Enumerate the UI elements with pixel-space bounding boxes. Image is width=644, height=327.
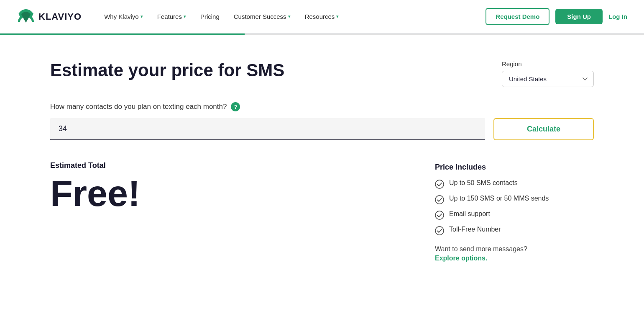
svg-point-1 bbox=[435, 196, 444, 204]
question-text: How many contacts do you plan on texting… bbox=[50, 103, 227, 111]
contacts-input[interactable] bbox=[50, 118, 485, 140]
svg-point-0 bbox=[435, 180, 444, 188]
logo-text: KLAVIYO bbox=[38, 11, 82, 22]
price-includes-section: Price Includes Up to 50 SMS contacts Up … bbox=[435, 161, 594, 262]
help-icon[interactable]: ? bbox=[231, 102, 240, 111]
svg-point-2 bbox=[435, 211, 444, 219]
check-circle-icon bbox=[435, 226, 444, 235]
price-include-item: Email support bbox=[435, 210, 594, 220]
login-button[interactable]: Log In bbox=[608, 13, 627, 20]
chevron-down-icon: ▾ bbox=[184, 14, 186, 19]
page-title: Estimate your price for SMS bbox=[50, 60, 502, 80]
explore-options-link[interactable]: Explore options. bbox=[435, 255, 594, 262]
input-row: Calculate bbox=[50, 118, 594, 140]
estimated-label: Estimated Total bbox=[50, 161, 410, 170]
results-row: Estimated Total Free! Price Includes Up … bbox=[50, 161, 594, 262]
question-row: How many contacts do you plan on texting… bbox=[50, 102, 594, 111]
section-top: Estimate your price for SMS Region Unite… bbox=[50, 60, 594, 87]
price-include-item-label: Email support bbox=[449, 210, 490, 218]
nav-item-pricing[interactable]: Pricing bbox=[194, 10, 225, 23]
want-more-text: Want to send more messages? bbox=[435, 245, 594, 253]
logo-link[interactable]: KLAVIYO bbox=[17, 9, 82, 24]
region-label: Region bbox=[502, 60, 522, 67]
price-include-item: Toll-Free Number bbox=[435, 226, 594, 235]
main-content: Estimate your price for SMS Region Unite… bbox=[0, 35, 644, 287]
nav-item-why-klaviyo[interactable]: Why Klaviyo ▾ bbox=[98, 10, 149, 23]
nav-item-customer-success[interactable]: Customer Success ▾ bbox=[228, 10, 296, 23]
nav-item-features[interactable]: Features ▾ bbox=[151, 10, 192, 23]
chevron-down-icon: ▾ bbox=[288, 14, 291, 19]
nav-item-resources[interactable]: Resources ▾ bbox=[299, 10, 345, 23]
region-area: Region United States Canada United Kingd… bbox=[502, 60, 594, 87]
free-text: Free! bbox=[50, 175, 410, 212]
price-include-item-label: Up to 50 SMS contacts bbox=[449, 179, 518, 187]
nav-actions: Request Demo Sign Up Log In bbox=[486, 8, 627, 25]
check-circle-icon bbox=[435, 211, 444, 220]
nav-links: Why Klaviyo ▾ Features ▾ Pricing Custome… bbox=[98, 10, 486, 23]
title-area: Estimate your price for SMS bbox=[50, 60, 502, 80]
price-include-item: Up to 150 SMS or 50 MMS sends bbox=[435, 195, 594, 204]
price-include-item: Up to 50 SMS contacts bbox=[435, 179, 594, 189]
sign-up-button[interactable]: Sign Up bbox=[555, 9, 603, 24]
chevron-down-icon: ▾ bbox=[336, 14, 339, 19]
request-demo-button[interactable]: Request Demo bbox=[486, 8, 549, 25]
price-includes-title: Price Includes bbox=[435, 163, 594, 172]
navbar: KLAVIYO Why Klaviyo ▾ Features ▾ Pricing… bbox=[0, 0, 644, 33]
price-include-item-label: Toll-Free Number bbox=[449, 226, 501, 233]
price-include-item-label: Up to 150 SMS or 50 MMS sends bbox=[449, 195, 549, 202]
estimated-total-section: Estimated Total Free! bbox=[50, 161, 410, 212]
calculate-button[interactable]: Calculate bbox=[493, 118, 594, 140]
check-circle-icon bbox=[435, 195, 444, 204]
region-select[interactable]: United States Canada United Kingdom Aust… bbox=[502, 71, 594, 87]
check-circle-icon bbox=[435, 180, 444, 189]
klaviyo-logo-icon bbox=[17, 9, 35, 24]
chevron-down-icon: ▾ bbox=[141, 14, 143, 19]
svg-point-3 bbox=[435, 227, 444, 235]
